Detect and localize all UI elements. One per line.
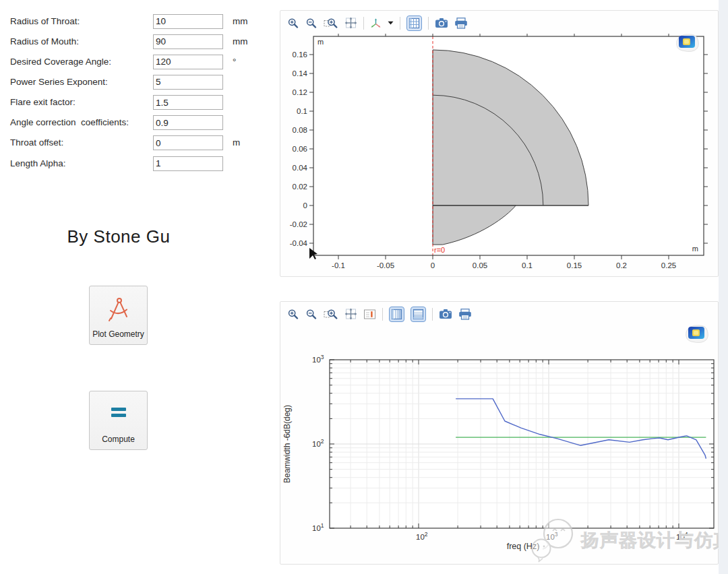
form-row-2: Radius of Mouth:mm [10, 34, 273, 49]
form-row-1: Radius of Throat:mm [10, 14, 273, 29]
toolbar-separator [432, 308, 433, 321]
svg-text:0.05: 0.05 [473, 261, 487, 269]
svg-text:-0.05: -0.05 [377, 261, 394, 269]
beamwidth-plot-canvas[interactable]: 102103104103102101freq (Hz)Beamwidth -6d… [280, 325, 718, 567]
svg-text:-0.04: -0.04 [290, 239, 308, 247]
print-icon[interactable] [454, 18, 468, 29]
field-input-2[interactable] [153, 34, 223, 49]
svg-text:0.14: 0.14 [293, 69, 308, 77]
toolbar-separator [428, 17, 429, 30]
print-icon[interactable] [458, 309, 472, 320]
svg-text:0.12: 0.12 [293, 88, 307, 96]
zoom-out-icon[interactable] [305, 309, 317, 320]
form-row-4: Power Series Exponent: [10, 75, 273, 90]
geometry-toolbar [287, 13, 468, 32]
legend-toggle-icon[interactable] [363, 309, 376, 320]
grid-toggle-icon[interactable] [406, 15, 422, 31]
svg-text:-0.02: -0.02 [290, 220, 307, 228]
comsol-logo-icon [677, 34, 699, 52]
svg-text:101: 101 [312, 522, 324, 532]
zoom-box-icon[interactable] [324, 309, 338, 320]
screenshot-icon[interactable] [439, 309, 452, 319]
svg-text:102: 102 [312, 438, 324, 448]
svg-text:0.02: 0.02 [293, 183, 307, 191]
zoom-in-icon[interactable] [287, 18, 299, 29]
svg-text:0.04: 0.04 [293, 164, 308, 172]
svg-text:m: m [692, 245, 698, 253]
toolbar-separator [400, 17, 400, 30]
svg-text:0: 0 [431, 261, 435, 269]
svg-text:0: 0 [303, 201, 307, 210]
form-row-3: Desired Coverage Angle:° [10, 55, 273, 69]
field-unit: mm [233, 14, 248, 29]
svg-text:r=0: r=0 [434, 246, 445, 254]
field-label: Angle correction coefficients: [10, 115, 129, 130]
x-log-toggle-icon[interactable] [389, 307, 404, 322]
svg-text:0.06: 0.06 [293, 145, 307, 153]
field-label: Radius of Mouth: [10, 34, 79, 49]
field-input-8[interactable] [153, 156, 223, 171]
form-row-6: Angle correction coefficients: [10, 115, 273, 130]
form-row-5: Flare exit factor: [10, 95, 273, 110]
svg-text:m: m [317, 38, 324, 46]
beamwidth-plot-panel: 102103104103102101freq (Hz)Beamwidth -6d… [280, 301, 719, 565]
svg-text:-0.1: -0.1 [332, 261, 345, 269]
parameter-form: Radius of Throat:mmRadius of Mouth:mmDes… [10, 9, 273, 178]
geometry-plot-canvas[interactable]: r=0-0.1-0.0500.050.10.150.20.250.160.140… [280, 34, 718, 279]
toolbar-separator [382, 308, 383, 321]
field-input-7[interactable] [153, 135, 223, 150]
field-input-1[interactable] [153, 14, 223, 29]
plot-geometry-button[interactable]: Plot Geometry [89, 286, 148, 345]
field-input-6[interactable] [153, 115, 223, 130]
geometry-plot-panel: r=0-0.1-0.0500.050.10.150.20.250.160.140… [280, 10, 719, 277]
svg-text:104: 104 [676, 531, 688, 541]
window-edge [719, 0, 728, 574]
zoom-in-icon[interactable] [287, 309, 299, 320]
svg-text:0.08: 0.08 [293, 126, 307, 134]
field-label: Radius of Throat: [10, 14, 80, 29]
field-label: Flare exit factor: [10, 95, 75, 110]
compute-label: Compute [102, 435, 135, 444]
zoom-out-icon[interactable] [305, 18, 317, 29]
field-unit: ° [233, 55, 236, 69]
form-row-7: Throat offset:m [10, 135, 273, 150]
zoom-extents-icon[interactable] [344, 17, 357, 29]
equals-icon [90, 406, 147, 418]
field-unit: mm [233, 34, 248, 49]
field-input-5[interactable] [153, 95, 223, 110]
svg-text:0.1: 0.1 [297, 107, 307, 115]
zoom-box-icon[interactable] [324, 18, 338, 29]
toolbar-separator [363, 17, 364, 30]
field-input-3[interactable] [153, 55, 223, 69]
plot-geometry-label: Plot Geometry [92, 329, 144, 339]
y-log-toggle-icon[interactable] [411, 307, 426, 322]
field-label: Length Alpha: [10, 156, 66, 171]
compass-icon [90, 296, 147, 323]
view-orientation-icon[interactable] [370, 18, 382, 28]
comsol-logo-icon [686, 325, 708, 343]
field-input-4[interactable] [153, 75, 223, 90]
form-row-8: Length Alpha: [10, 156, 273, 171]
svg-text:freq (Hz): freq (Hz) [507, 542, 540, 551]
field-unit: m [233, 135, 240, 150]
svg-text:0.1: 0.1 [522, 261, 533, 269]
svg-text:103: 103 [546, 531, 558, 541]
svg-text:0.2: 0.2 [616, 261, 627, 269]
svg-text:0.15: 0.15 [567, 261, 582, 269]
svg-text:103: 103 [312, 354, 324, 364]
svg-text:0.25: 0.25 [661, 261, 676, 269]
svg-text:102: 102 [416, 531, 428, 541]
zoom-extents-icon[interactable] [344, 308, 357, 320]
compute-button[interactable]: Compute [89, 391, 148, 450]
screenshot-icon[interactable] [435, 18, 448, 28]
author-text: By Stone Gu [51, 226, 186, 247]
field-label: Desired Coverage Angle: [10, 55, 111, 69]
beamwidth-toolbar [287, 305, 472, 323]
svg-text:Beamwidth -6dB(deg): Beamwidth -6dB(deg) [282, 405, 292, 483]
dropdown-caret-icon[interactable] [388, 21, 394, 25]
field-label: Throat offset: [10, 135, 63, 150]
svg-text:0.16: 0.16 [293, 51, 307, 59]
field-label: Power Series Exponent: [10, 75, 108, 90]
